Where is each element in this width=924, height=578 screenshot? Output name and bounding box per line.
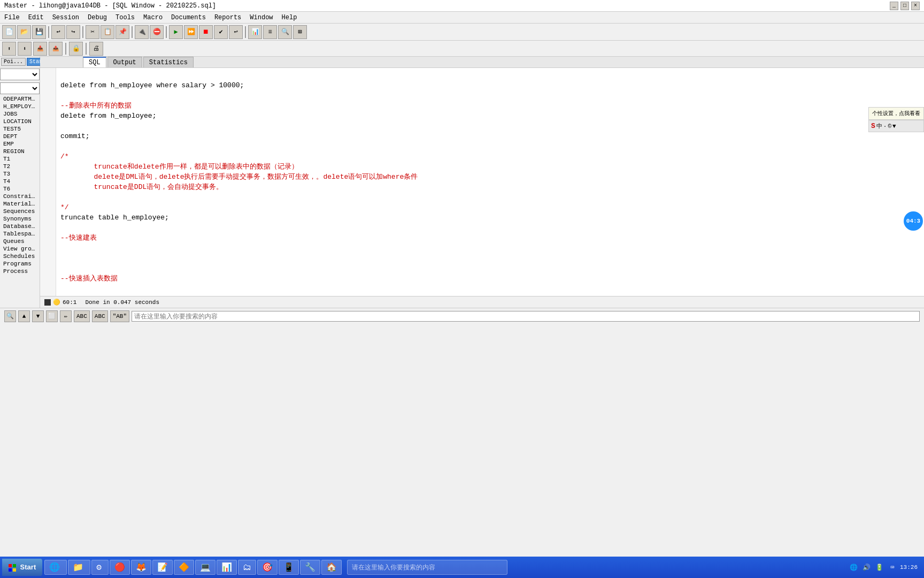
menu-session[interactable]: Session <box>48 13 83 22</box>
sidebar-item-t2[interactable]: T2 <box>0 163 40 170</box>
menu-help[interactable]: Help <box>278 13 302 22</box>
sidebar-item-dept[interactable]: DEPT <box>0 133 40 140</box>
sidebar-item-t1[interactable]: T1 <box>0 155 40 163</box>
tab-sql[interactable]: SQL <box>83 57 106 67</box>
menu-debug[interactable]: Debug <box>83 13 111 22</box>
toolbar-paste-btn[interactable]: 📌 <box>116 25 129 39</box>
sidebar-item-odepartm[interactable]: ODEPARTM... <box>0 95 40 103</box>
sidebar-poi-btn[interactable]: Poi... <box>1 58 26 66</box>
taskbar-item-e[interactable]: 💻 <box>195 560 215 575</box>
toolbar2-btn5[interactable]: 🔒 <box>69 42 83 56</box>
sidebar-item-test5[interactable]: TEST5 <box>0 125 40 133</box>
sidebar-item-process[interactable]: Process <box>0 268 40 275</box>
sidebar-item-synonyms[interactable]: Synonyms <box>0 215 40 223</box>
toolbar-format-btn[interactable]: ≡ <box>263 25 277 39</box>
sidebar-item-t6[interactable]: T6 <box>0 185 40 193</box>
sidebar-item-location[interactable]: LOCATION <box>0 118 40 125</box>
sidebar-item-viewgroups[interactable]: View groups <box>0 245 40 253</box>
toolbar-undo-btn[interactable]: ↩ <box>51 25 65 39</box>
sidebar-item-dblinks[interactable]: Database links <box>0 223 40 230</box>
bottom-abc-btn[interactable]: ABC <box>74 310 90 322</box>
bottom-box-icon[interactable]: ⬜ <box>46 310 58 322</box>
taskbar-item-i[interactable]: 📱 <box>279 560 299 575</box>
code-editor[interactable]: delete from h_employee where salary > 10… <box>56 68 924 296</box>
toolbar-rollback-btn[interactable]: ↩ <box>229 25 243 39</box>
toolbar-new-btn[interactable]: 📄 <box>2 25 16 39</box>
toolbar-copy-btn[interactable]: 📋 <box>101 25 114 39</box>
menu-tools[interactable]: Tools <box>111 13 139 22</box>
tray-network-icon[interactable]: 🌐 <box>849 562 859 573</box>
sidebar-item-region[interactable]: REGION <box>0 148 40 155</box>
sidebar-dropdown-2[interactable] <box>0 82 40 94</box>
menu-file[interactable]: File <box>0 13 24 22</box>
sidebar-item-matview[interactable]: Materialized view <box>0 200 40 208</box>
sogou-more-btn[interactable]: ▼ <box>892 123 896 130</box>
sidebar-item-emp[interactable]: EMP <box>0 140 40 148</box>
sidebar-item-constraints[interactable]: Constraints <box>0 193 40 200</box>
sogou-emoji-btn[interactable]: © <box>888 123 891 130</box>
taskbar-item-d[interactable]: 🔶 <box>174 560 194 575</box>
taskbar-item-settings[interactable]: ⚙ <box>91 560 109 575</box>
toolbar-redo-btn[interactable]: ↪ <box>66 25 80 39</box>
toolbar2-btn6[interactable]: 🖨 <box>89 42 103 56</box>
toolbar-open-btn[interactable]: 📂 <box>17 25 31 39</box>
menu-edit[interactable]: Edit <box>24 13 48 22</box>
taskbar-item-f[interactable]: 📊 <box>217 560 237 575</box>
toolbar-commit-btn[interactable]: ✔ <box>214 25 228 39</box>
sidebar-item-hemployee[interactable]: H_EMPLOYE... <box>0 103 40 110</box>
toolbar-run-all-btn[interactable]: ⏩ <box>184 25 198 39</box>
taskbar-item-b[interactable]: 🦊 <box>131 560 151 575</box>
sidebar-item-jobs[interactable]: JOBS <box>0 110 40 118</box>
sidebar-item-programs[interactable]: Programs <box>0 260 40 268</box>
toolbar2-btn3[interactable]: 📥 <box>33 42 47 56</box>
tray-volume-icon[interactable]: 🔊 <box>861 562 872 573</box>
bottom-quote-btn[interactable]: "AB" <box>110 310 129 322</box>
sidebar-item-tablespaces[interactable]: Tablespaces <box>0 230 40 238</box>
taskbar-item-folder[interactable]: 📁 <box>68 560 90 575</box>
toolbar-find-btn[interactable]: 🔍 <box>278 25 292 39</box>
toolbar2-btn2[interactable]: ⬇ <box>18 42 32 56</box>
taskbar-item-a[interactable]: 🔴 <box>110 560 130 575</box>
toolbar-explain-btn[interactable]: 📊 <box>248 25 262 39</box>
toolbar2-btn4[interactable]: 📤 <box>49 42 63 56</box>
taskbar-item-k[interactable]: 🏠 <box>321 560 342 575</box>
taskbar-item-c[interactable]: 📝 <box>152 560 173 575</box>
bottom-search-input[interactable] <box>132 311 920 322</box>
settings-float-btn[interactable]: 个性设置，点我看看 <box>868 107 924 120</box>
toolbar-stop-btn[interactable]: ⏹ <box>199 25 213 39</box>
sidebar-item-t4[interactable]: T4 <box>0 178 40 185</box>
maximize-btn[interactable]: □ <box>900 2 909 10</box>
sidebar-item-schedules[interactable]: Schedules <box>0 253 40 260</box>
taskbar-item-j[interactable]: 🔧 <box>300 560 320 575</box>
start-button[interactable]: Start <box>2 559 42 576</box>
toolbar-cut-btn[interactable]: ✂ <box>86 25 99 39</box>
blue-circle-timer[interactable]: 04:3 <box>904 211 923 231</box>
taskbar-item-h[interactable]: 🎯 <box>257 560 278 575</box>
toolbar-save-btn[interactable]: 💾 <box>32 25 46 39</box>
bottom-triangle-up[interactable]: ▲ <box>18 310 30 322</box>
taskbar-item-g[interactable]: 🗂 <box>238 560 256 575</box>
bottom-search-icon[interactable]: 🔍 <box>4 310 16 322</box>
toolbar-disconnect-btn[interactable]: ⛔ <box>150 25 164 39</box>
bottom-pen-icon[interactable]: ✏ <box>60 310 72 322</box>
close-btn[interactable]: × <box>911 2 920 10</box>
system-clock[interactable]: 13:26 <box>900 564 918 571</box>
toolbar-run-btn[interactable]: ▶ <box>169 25 183 39</box>
minimize-btn[interactable]: _ <box>890 2 898 10</box>
sidebar-item-t3[interactable]: T3 <box>0 170 40 178</box>
bottom-triangle-down[interactable]: ▼ <box>32 310 44 322</box>
sidebar-dropdown-1[interactable] <box>0 69 40 80</box>
toolbar2-btn1[interactable]: ⬆ <box>2 42 16 56</box>
toolbar-connect-btn[interactable]: 🔌 <box>135 25 149 39</box>
toolbar-grid-btn[interactable]: ⊞ <box>293 25 307 39</box>
tray-keyboard-icon[interactable]: ⌨ <box>887 562 898 573</box>
menu-window[interactable]: Window <box>245 13 277 22</box>
bottom-case-btn[interactable]: ABC <box>92 310 108 322</box>
sogou-lang-btn[interactable]: 中 <box>876 122 882 130</box>
taskbar-item-chrome[interactable]: 🌐 <box>44 560 67 575</box>
menu-macro[interactable]: Macro <box>139 13 167 22</box>
menu-reports[interactable]: Reports <box>210 13 245 22</box>
tray-battery-icon[interactable]: 🔋 <box>874 562 885 573</box>
tab-statistics[interactable]: Statistics <box>143 57 194 67</box>
sidebar-item-queues[interactable]: Queues <box>0 238 40 245</box>
